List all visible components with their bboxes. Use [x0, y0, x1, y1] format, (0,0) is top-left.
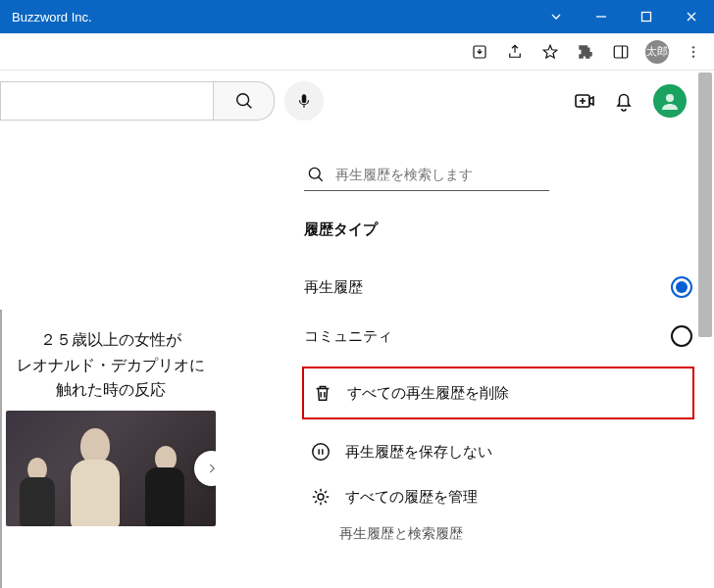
window-title: Buzzword Inc. [12, 10, 92, 24]
svg-point-11 [313, 444, 330, 461]
left-edge-divider [0, 310, 2, 588]
search-input[interactable] [0, 81, 214, 121]
pause-history-button[interactable]: 再生履歴を保存しない [304, 429, 692, 474]
svg-point-3 [692, 46, 694, 48]
search-icon [233, 90, 255, 112]
window-close-button[interactable] [669, 0, 714, 33]
chevron-right-icon [205, 462, 216, 475]
video-title-line: ２５歳以上の女性が [6, 327, 216, 353]
pause-icon [310, 441, 332, 463]
clear-all-history-button[interactable]: すべての再生履歴を削除 [302, 367, 694, 419]
video-title: ２５歳以上の女性が レオナルド・デカプリオに 触れた時の反応 [6, 327, 216, 403]
video-card[interactable]: ２５歳以上の女性が レオナルド・デカプリオに 触れた時の反応 [6, 327, 216, 526]
window-maximize-button[interactable] [624, 0, 669, 33]
manage-history-button[interactable]: すべての履歴を管理 [304, 474, 692, 519]
history-search[interactable] [304, 159, 549, 191]
voice-search-button[interactable] [284, 81, 324, 121]
search-button[interactable] [214, 81, 275, 121]
svg-point-4 [692, 50, 694, 52]
next-arrow-button[interactable] [194, 451, 216, 486]
clear-all-label: すべての再生履歴を削除 [347, 384, 509, 403]
trash-icon [312, 382, 333, 404]
radio-watch-label: 再生履歴 [304, 278, 363, 297]
star-icon[interactable] [539, 41, 561, 63]
svg-point-12 [318, 494, 324, 500]
gear-icon [310, 486, 332, 508]
extensions-icon[interactable] [575, 41, 596, 63]
svg-rect-0 [642, 13, 651, 22]
install-icon[interactable] [469, 41, 490, 63]
svg-rect-2 [614, 46, 628, 58]
svg-point-5 [692, 55, 694, 57]
mic-icon [295, 92, 313, 110]
video-thumbnail[interactable] [6, 411, 216, 526]
share-icon[interactable] [504, 41, 526, 63]
radio-selected-icon [671, 276, 692, 298]
search-icon [306, 165, 326, 184]
notifications-button[interactable] [604, 81, 643, 121]
window-controls [534, 0, 714, 33]
manage-sublink[interactable]: 再生履歴と検索履歴 [339, 519, 692, 543]
video-title-line: レオナルド・デカプリオに [6, 353, 216, 378]
video-title-line: 触れた時の反応 [6, 377, 216, 403]
page-content: 履歴タイプ 再生履歴 コミュニティ すべての再生履歴を削除 再生履歴を保存しない… [0, 71, 714, 588]
sidepanel-icon[interactable] [610, 41, 632, 63]
svg-rect-7 [302, 94, 307, 103]
app-topbar [0, 78, 692, 122]
history-type-heading: 履歴タイプ [304, 220, 692, 239]
radio-watch-history[interactable]: 再生履歴 [304, 263, 692, 312]
pause-label: 再生履歴を保存しない [345, 443, 492, 462]
bell-icon [612, 89, 636, 113]
svg-point-9 [666, 94, 674, 102]
window-titlebar: Buzzword Inc. [0, 0, 714, 33]
scrollbar[interactable] [698, 73, 712, 337]
browser-toolbar: 太郎 [0, 33, 714, 71]
profile-avatar[interactable]: 太郎 [645, 40, 669, 64]
window-minimize-button[interactable] [579, 0, 624, 33]
account-avatar[interactable] [653, 84, 687, 118]
avatar-icon [658, 89, 682, 113]
window-dropdown-button[interactable] [534, 0, 579, 33]
create-icon [573, 89, 596, 113]
radio-community[interactable]: コミュニティ [304, 312, 692, 361]
radio-unselected-icon [671, 325, 692, 347]
manage-label: すべての履歴を管理 [345, 488, 478, 507]
history-panel: 履歴タイプ 再生履歴 コミュニティ すべての再生履歴を削除 再生履歴を保存しない… [304, 159, 692, 543]
kebab-menu-icon[interactable] [683, 41, 704, 63]
radio-community-label: コミュニティ [304, 327, 392, 346]
history-search-input[interactable] [335, 167, 547, 182]
create-button[interactable] [565, 81, 604, 121]
